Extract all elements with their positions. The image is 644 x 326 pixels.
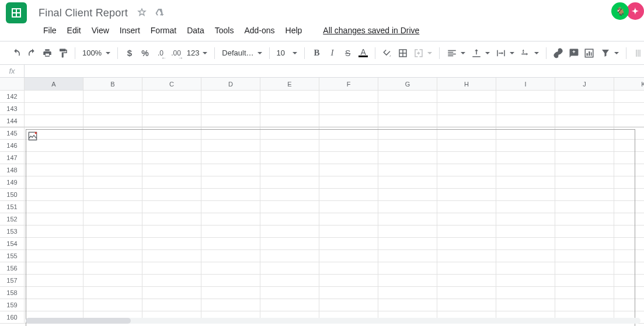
cell[interactable] [496,127,555,140]
cell[interactable] [25,262,83,275]
cell[interactable] [378,115,437,127]
cell[interactable] [25,275,83,287]
cell[interactable] [378,226,437,238]
menu-tools[interactable]: Tools [210,23,239,37]
column-header[interactable]: K [614,78,644,91]
cell[interactable] [201,275,260,287]
cell[interactable] [614,176,644,189]
cell[interactable] [555,103,614,115]
decrease-decimal-button[interactable]: .0← [155,46,167,60]
collaborator-avatar-1[interactable]: 🐐 [611,2,629,20]
vertical-align-dropdown[interactable] [470,48,491,58]
cell[interactable] [25,201,83,213]
sheets-logo[interactable] [6,2,27,23]
cell[interactable] [437,213,496,226]
cell[interactable] [260,189,319,201]
cell[interactable] [614,140,644,152]
cell[interactable] [496,250,555,262]
cell[interactable] [319,201,378,213]
cell[interactable] [260,213,319,226]
cell[interactable] [555,213,614,226]
column-header[interactable]: G [378,78,437,91]
cell[interactable] [614,287,644,299]
cell[interactable] [496,103,555,115]
cell[interactable] [319,103,378,115]
cell[interactable] [437,238,496,250]
cell[interactable] [555,287,614,299]
cell[interactable] [378,213,437,226]
cell[interactable] [260,164,319,176]
font-family-dropdown[interactable]: Default (Ari... [221,48,263,57]
cell[interactable] [142,226,201,238]
cell[interactable] [201,152,260,164]
cell[interactable] [142,115,201,127]
cell[interactable] [83,201,142,213]
row-header[interactable]: 160 [0,311,25,324]
cell[interactable] [378,262,437,275]
column-header[interactable]: C [142,78,201,91]
cell[interactable] [437,152,496,164]
cell[interactable] [25,176,83,189]
column-header[interactable]: I [496,78,555,91]
cell[interactable] [201,299,260,311]
cell[interactable] [378,103,437,115]
cell[interactable] [260,115,319,127]
cell[interactable] [83,164,142,176]
cell[interactable] [83,213,142,226]
cell[interactable] [201,176,260,189]
cell[interactable] [437,127,496,140]
menu-format[interactable]: Format [146,23,181,37]
cell[interactable] [437,287,496,299]
cell[interactable] [319,213,378,226]
cell[interactable] [319,287,378,299]
cell[interactable] [319,127,378,140]
cell[interactable] [496,152,555,164]
cell[interactable] [614,91,644,103]
cell[interactable] [142,213,201,226]
cell[interactable] [25,189,83,201]
cell[interactable] [142,299,201,311]
cell[interactable] [201,103,260,115]
cell[interactable] [378,201,437,213]
cell[interactable] [142,103,201,115]
cell[interactable] [437,262,496,275]
row-header[interactable]: 146 [0,140,25,152]
cell[interactable] [378,164,437,176]
insert-comment-button[interactable]: + [568,46,580,60]
cell[interactable] [555,127,614,140]
horizontal-align-dropdown[interactable] [445,48,467,58]
column-header[interactable]: A [25,78,83,91]
cell[interactable] [496,275,555,287]
cell[interactable] [83,287,142,299]
cell[interactable] [437,103,496,115]
column-header[interactable]: H [437,78,496,91]
row-header[interactable]: 142 [0,91,25,103]
text-rotation-dropdown[interactable] [519,48,540,58]
cell[interactable] [25,250,83,262]
menu-insert[interactable]: Insert [115,23,145,37]
cell[interactable] [319,299,378,311]
cell[interactable] [25,238,83,250]
cell[interactable] [83,299,142,311]
cell[interactable] [614,201,644,213]
cell[interactable] [319,164,378,176]
cell[interactable] [378,152,437,164]
cell[interactable] [437,115,496,127]
cell[interactable] [437,91,496,103]
cell[interactable] [201,201,260,213]
horizontal-scrollbar-thumb[interactable] [26,318,131,324]
cell[interactable] [25,140,83,152]
menu-edit[interactable]: Edit [62,23,86,37]
cell[interactable] [496,164,555,176]
cell[interactable] [614,103,644,115]
cell[interactable] [496,299,555,311]
cell[interactable] [319,91,378,103]
cell[interactable] [496,287,555,299]
row-header[interactable]: 150 [0,189,25,201]
cell[interactable] [496,201,555,213]
cell[interactable] [142,152,201,164]
bold-button[interactable]: B [311,46,323,60]
row-header[interactable]: 147 [0,152,25,164]
cell[interactable] [555,164,614,176]
cell[interactable] [25,299,83,311]
